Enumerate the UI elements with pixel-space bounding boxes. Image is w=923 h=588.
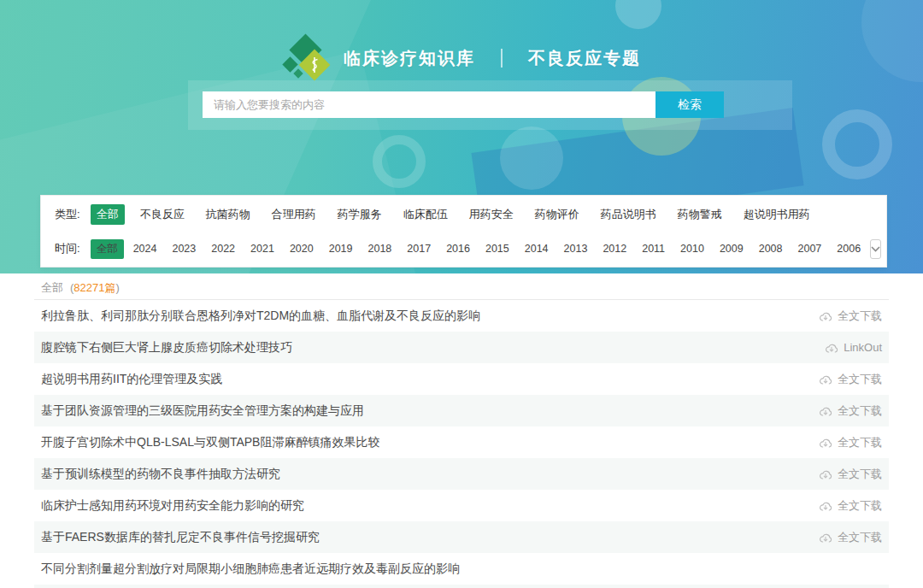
article-row: 超说明书用药IIT的伦理管理及实践全文下载 (34, 363, 889, 395)
cloud-download-icon (819, 310, 832, 322)
article-title-link[interactable]: 超说明书用药IIT的伦理管理及实践 (41, 372, 222, 387)
filter-type-option[interactable]: 用药安全 (463, 204, 520, 225)
search-button[interactable]: 检索 (656, 91, 724, 118)
fulltext-download-link[interactable]: 全文下载 (819, 498, 882, 514)
decor-circle (500, 126, 563, 190)
decor-ring (822, 109, 892, 179)
filter-type-option[interactable]: 药物警戒 (672, 204, 728, 225)
fulltext-download-link[interactable]: 全文下载 (819, 309, 882, 324)
filter-year-option[interactable]: 2012 (597, 240, 632, 257)
download-link-label: 全文下载 (838, 435, 882, 450)
time-options-container: 全部20242023202220212020201920182017201620… (91, 239, 871, 259)
article-row: 腹腔镜下右侧巨大肾上腺皮质癌切除术处理技巧LinkOut (34, 332, 889, 363)
filter-type-option[interactable]: 临床配伍 (397, 204, 454, 225)
article-title-link[interactable]: 临床护士感知用药环境对用药安全能力影响的研究 (41, 498, 304, 514)
filter-type-option[interactable]: 药物评价 (529, 204, 585, 225)
filter-year-option[interactable]: 2023 (166, 240, 202, 257)
brand-header: 临床诊疗知识库 不良反应专题 (0, 36, 923, 80)
paren: ) (116, 281, 120, 294)
filter-type-option[interactable]: 不良反应 (134, 204, 191, 225)
count-label: 全部 (41, 280, 63, 296)
type-filter-label: 类型: (55, 207, 80, 222)
filter-year-option[interactable]: 2017 (401, 240, 437, 257)
cloud-download-icon (819, 405, 832, 417)
article-row: 基于预训练模型的药物不良事件抽取方法研究全文下载 (34, 458, 889, 490)
fulltext-download-link[interactable]: 全文下载 (819, 403, 882, 419)
filter-year-option[interactable]: 全部 (91, 239, 124, 259)
time-filter-label: 时间: (55, 241, 80, 256)
article-row: 基于团队资源管理的三级医院用药安全管理方案的构建与应用全文下载 (34, 395, 889, 426)
fulltext-download-link[interactable]: 全文下载 (819, 435, 882, 450)
filter-type-option[interactable]: 合理用药 (266, 204, 322, 225)
download-link-label: 全文下载 (838, 403, 882, 419)
cloud-download-icon (819, 500, 832, 512)
filter-type-option[interactable]: 超说明书用药 (738, 204, 816, 225)
filter-year-option[interactable]: 2010 (674, 240, 710, 257)
filter-year-option[interactable]: 2019 (323, 240, 359, 257)
download-link-label: 全文下载 (838, 372, 882, 387)
article-title-link[interactable]: 腹腔镜下右侧巨大肾上腺皮质癌切除术处理技巧 (41, 340, 292, 356)
article-row: 临床护士感知用药环境对用药安全能力影响的研究全文下载 (34, 490, 889, 521)
linkout-link[interactable]: LinkOut (825, 341, 882, 354)
download-link-label: 全文下载 (838, 498, 882, 514)
type-options-container: 全部不良反应抗菌药物合理用药药学服务临床配伍用药安全药物评价药品说明书药物警戒超… (91, 204, 826, 225)
result-count-header: 全部 ( 82271篇 ) (34, 276, 889, 300)
filter-year-option[interactable]: 2008 (753, 240, 789, 257)
filter-year-option[interactable]: 2016 (440, 240, 476, 257)
fulltext-download-link[interactable]: 全文下载 (819, 530, 882, 545)
article-title-link[interactable]: 基于预训练模型的药物不良事件抽取方法研究 (41, 467, 280, 482)
site-title: 临床诊疗知识库 (344, 47, 475, 70)
cloud-download-icon (825, 342, 838, 354)
cloud-download-icon (819, 437, 832, 449)
article-title-link[interactable]: 基于FAERS数据库的替扎尼定不良事件信号挖掘研究 (41, 530, 320, 545)
filter-type-option[interactable]: 药品说明书 (595, 204, 662, 225)
cloud-download-icon (819, 532, 832, 544)
article-row: 基于FAERS数据库的替扎尼定不良事件信号挖掘研究全文下载 (34, 521, 889, 553)
time-filter-row: 时间: 全部2024202320222021202020192018201720… (55, 232, 873, 266)
filter-year-option[interactable]: 2014 (519, 240, 555, 257)
asclepius-staff-icon (309, 56, 320, 74)
filter-year-option[interactable]: 2021 (244, 240, 280, 257)
expand-years-button[interactable] (870, 239, 881, 259)
filter-year-option[interactable]: 2011 (636, 240, 671, 257)
filter-type-option[interactable]: 全部 (91, 204, 125, 225)
knowledge-base-logo-icon (282, 36, 330, 80)
fulltext-download-link[interactable]: 全文下载 (819, 372, 882, 387)
article-row: 开腹子宫切除术中QLB-LSAL与双侧TAPB阻滞麻醉镇痛效果比较全文下载 (34, 426, 889, 458)
filter-year-option[interactable]: 2018 (362, 240, 398, 257)
topic-title: 不良反应专题 (528, 47, 641, 70)
filter-year-option[interactable]: 2007 (792, 240, 828, 257)
fulltext-download-link[interactable]: 全文下载 (819, 467, 882, 482)
result-count: 82271篇 (73, 280, 115, 296)
filter-year-option[interactable]: 2013 (558, 240, 594, 257)
filter-year-option[interactable]: 2015 (479, 240, 515, 257)
filter-year-option[interactable]: 2006 (831, 240, 867, 257)
logo-diamond (293, 68, 303, 78)
article-row: 不同分割剂量超分割放疗对局限期小细胞肺癌患者近远期疗效及毒副反应的影响 (34, 553, 889, 585)
decor-circle (615, 0, 661, 29)
download-link-label: 全文下载 (838, 309, 882, 324)
article-row: 利拉鲁肽、利司那肽分别联合恩格列净对T2DM的血糖、血脂代谢及不良反应的影响全文… (34, 300, 889, 332)
filter-year-option[interactable]: 2020 (284, 240, 320, 257)
chevron-down-icon (871, 246, 880, 252)
search-input[interactable] (203, 91, 656, 118)
search-bar: 检索 (203, 91, 724, 118)
cloud-download-icon (819, 468, 832, 480)
article-title-link[interactable]: 开腹子宫切除术中QLB-LSAL与双侧TAPB阻滞麻醉镇痛效果比较 (41, 435, 379, 450)
article-title-link[interactable]: 利拉鲁肽、利司那肽分别联合恩格列净对T2DM的血糖、血脂代谢及不良反应的影响 (41, 309, 480, 324)
article-list: 利拉鲁肽、利司那肽分别联合恩格列净对T2DM的血糖、血脂代谢及不良反应的影响全文… (34, 300, 889, 588)
download-link-label: 全文下载 (838, 467, 882, 482)
decor-ring (373, 135, 426, 188)
type-filter-row: 类型: 全部不良反应抗菌药物合理用药药学服务临床配伍用药安全药物评价药品说明书药… (55, 197, 873, 232)
filter-year-option[interactable]: 2024 (127, 240, 163, 257)
filter-type-option[interactable]: 抗菌药物 (200, 204, 256, 225)
download-link-label: 全文下载 (838, 530, 882, 545)
filter-year-option[interactable]: 2022 (205, 240, 241, 257)
article-title-link[interactable]: 基于团队资源管理的三级医院用药安全管理方案的构建与应用 (41, 403, 364, 419)
filter-year-option[interactable]: 2009 (714, 240, 750, 257)
filter-panel: 类型: 全部不良反应抗菌药物合理用药药学服务临床配伍用药安全药物评价药品说明书药… (40, 195, 887, 268)
download-link-label: LinkOut (844, 341, 882, 354)
filter-type-option[interactable]: 药学服务 (332, 204, 388, 225)
article-title-link[interactable]: 不同分割剂量超分割放疗对局限期小细胞肺癌患者近远期疗效及毒副反应的影响 (41, 562, 460, 577)
title-divider (501, 49, 503, 68)
